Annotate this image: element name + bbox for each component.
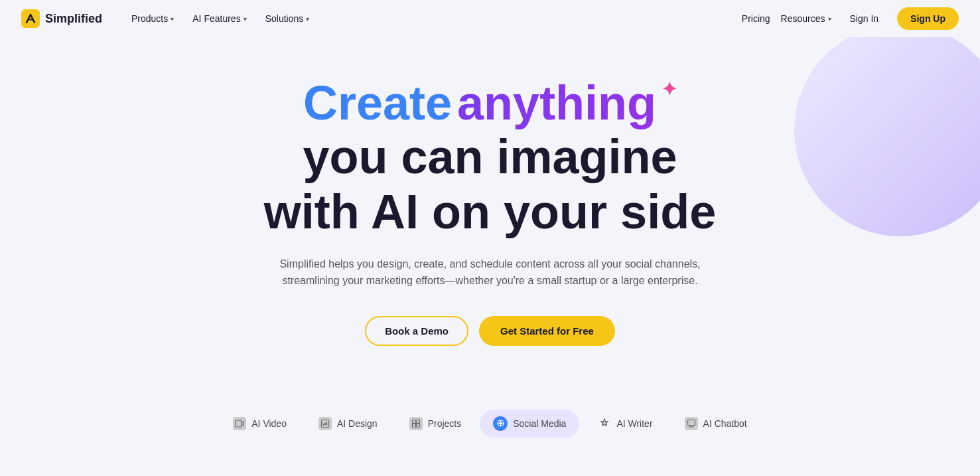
nav-solutions[interactable]: Solutions ▾ [257, 8, 318, 29]
ai-design-icon [318, 417, 332, 430]
tab-ai-writer[interactable]: AI Writer [585, 410, 665, 437]
svg-rect-3 [412, 420, 415, 423]
tab-projects-label: Projects [428, 418, 462, 429]
svg-rect-5 [412, 424, 415, 427]
nav-right: Pricing Resources ▾ Sign In Sign Up [742, 7, 959, 30]
ai-writer-icon [598, 417, 611, 430]
svg-rect-2 [321, 420, 328, 427]
svg-rect-1 [236, 420, 242, 427]
tab-ai-video-label: AI Video [251, 418, 287, 429]
hero-title-line1: Create anything ✦ [264, 77, 716, 129]
products-chevron-icon: ▾ [171, 15, 174, 23]
tab-ai-design-label: AI Design [337, 418, 378, 429]
tab-ai-writer-label: AI Writer [616, 418, 652, 429]
hero-subtitle: Simplified helps you design, create, and… [278, 256, 703, 289]
logo-link[interactable]: Simplified [21, 9, 102, 28]
product-tabs: AI Video AI Design Projects [0, 399, 980, 448]
ai-chatbot-icon [685, 417, 698, 430]
logo-text: Simplified [45, 12, 102, 26]
sign-in-button[interactable]: Sign In [842, 8, 887, 29]
hero-anything-text: anything [457, 77, 656, 129]
tab-ai-design[interactable]: AI Design [305, 410, 391, 437]
tab-ai-chatbot[interactable]: AI Chatbot [671, 410, 760, 437]
tab-ai-chatbot-label: AI Chatbot [703, 418, 747, 429]
tab-social-media[interactable]: Social Media [480, 410, 579, 437]
tab-projects[interactable]: Projects [396, 410, 475, 437]
sign-up-button[interactable]: Sign Up [897, 7, 959, 30]
hero-buttons: Book a Demo Get Started for Free [365, 316, 615, 346]
svg-rect-6 [416, 424, 419, 427]
navbar: Simplified Products ▾ AI Features ▾ Solu… [0, 0, 980, 37]
hero-section: Create anything ✦ you can imagine with A… [0, 37, 980, 372]
deco-circle [794, 24, 980, 236]
svg-rect-4 [416, 420, 419, 423]
get-started-button[interactable]: Get Started for Free [479, 316, 615, 346]
book-demo-button[interactable]: Book a Demo [365, 316, 468, 346]
ai-video-icon [233, 417, 246, 430]
social-media-icon [493, 416, 508, 431]
tab-ai-video[interactable]: AI Video [220, 410, 300, 437]
logo-icon [21, 9, 40, 28]
nav-left: Products ▾ AI Features ▾ Solutions ▾ [123, 8, 742, 29]
projects-icon [409, 417, 423, 430]
hero-title: Create anything ✦ you can imagine with A… [264, 77, 716, 240]
nav-pricing[interactable]: Pricing [742, 13, 770, 24]
hero-title-line2b: with AI on your side [264, 185, 716, 240]
svg-rect-12 [687, 420, 695, 425]
tab-social-media-label: Social Media [513, 418, 566, 429]
resources-chevron-icon: ▾ [828, 15, 831, 23]
nav-products[interactable]: Products ▾ [123, 8, 182, 29]
nav-ai-features[interactable]: AI Features ▾ [184, 8, 254, 29]
ai-features-chevron-icon: ▾ [244, 15, 247, 23]
hero-create-text: Create [303, 77, 452, 129]
nav-resources[interactable]: Resources ▾ [781, 13, 831, 24]
svg-rect-0 [21, 9, 40, 28]
sparkle-icon: ✦ [662, 80, 677, 100]
solutions-chevron-icon: ▾ [306, 15, 309, 23]
hero-title-line2a: you can imagine [264, 129, 716, 185]
